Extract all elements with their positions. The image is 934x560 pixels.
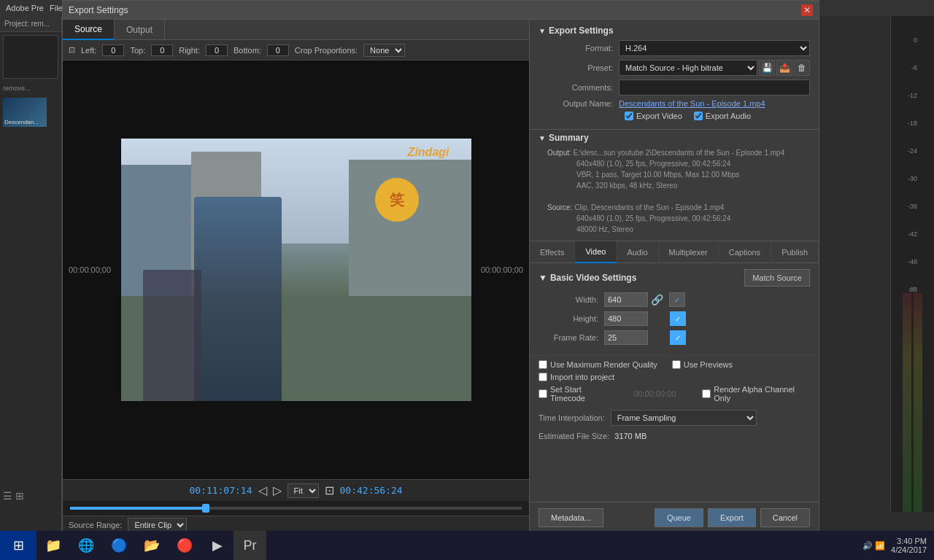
next-frame-button[interactable]: ▷ [273, 483, 282, 497]
dialog-close-button[interactable]: ✕ [801, 4, 813, 16]
taskbar-bluetooth[interactable]: 🔵 [102, 531, 135, 560]
use-previews-label: Use Previews [672, 360, 733, 369]
system-icons: 🔊 📶 [862, 541, 885, 551]
render-alpha-checkbox[interactable] [702, 389, 711, 398]
height-row: Height: ✓ [539, 311, 810, 326]
framerate-checkmark-icon: ✓ [675, 334, 681, 342]
current-timecode-display[interactable]: 00:11:07:14 [189, 485, 252, 496]
output-name-row: Output Name: Descendants of the Sun - Ep… [539, 99, 810, 108]
bvs-title: Basic Video Settings [550, 273, 636, 283]
queue-button[interactable]: Queue [655, 508, 703, 527]
collapse-arrow-icon: ▼ [539, 27, 546, 35]
link-icon: 🔗 [651, 294, 663, 306]
delete-preset-button[interactable]: 🗑 [794, 60, 810, 76]
prev-frame-button[interactable]: ◁ [258, 483, 267, 497]
framerate-lock-checkbox[interactable]: ✓ [670, 330, 686, 345]
tab-audio[interactable]: Audio [617, 241, 658, 263]
export-button[interactable]: Export [708, 508, 756, 527]
crop-right-input[interactable] [206, 44, 228, 56]
format-select[interactable]: H.264 [619, 40, 810, 56]
project-clip-thumb: Descendan... [3, 98, 47, 127]
taskbar-explorer2[interactable]: 📂 [135, 531, 168, 560]
time-interp-select[interactable]: Frame Sampling Frame Blending Optical Fl… [611, 410, 757, 426]
source-range-select[interactable]: Entire Clip [128, 518, 187, 532]
zoom-fit-select[interactable]: Fit [287, 483, 319, 498]
width-input[interactable] [604, 292, 648, 307]
comments-input[interactable] [619, 79, 810, 96]
output-res-text: 640x480 (1.0), 25 fps, Progressive, 00:4… [547, 160, 730, 168]
height-lock-checkbox[interactable]: ✓ [670, 311, 686, 326]
timeline-scrubber[interactable] [63, 501, 529, 516]
output-summary-label: Output: [547, 149, 571, 157]
taskbar-premiere[interactable]: Pr [234, 531, 266, 560]
end-timecode-display: 00:42:56:24 [340, 485, 403, 496]
save-preset-button[interactable]: 💾 [759, 60, 775, 76]
tab-video[interactable]: Video [575, 241, 617, 263]
use-previews-checkbox[interactable] [672, 360, 681, 369]
playback-controls: 00:11:07:14 ◁ ▷ Fit ⊡ 00:42:56:24 [63, 479, 529, 501]
taskbar-file-explorer[interactable]: 📁 [36, 531, 69, 560]
taskbar-ie[interactable]: 🌐 [69, 531, 102, 560]
dialog-title: Export Settings [69, 5, 128, 15]
export-audio-checkbox[interactable] [694, 112, 703, 120]
framerate-input[interactable] [604, 330, 648, 345]
crop-controls: ⊡ Left: Top: Right: Bottom: Crop Proport… [63, 40, 529, 61]
export-settings-section: ▼ Export Settings Format: H.264 Preset: … [530, 20, 819, 130]
preset-select[interactable]: Match Source - High bitrate [619, 60, 757, 76]
tab-multiplexer[interactable]: Multiplexer [659, 241, 719, 263]
export-video-checkbox[interactable] [625, 112, 633, 120]
crop-top-label: Top: [130, 46, 145, 55]
source-range-label: Source Range: [69, 521, 122, 529]
crop-left-input[interactable] [102, 44, 124, 56]
project-panel-header: Project: rem... [0, 16, 61, 32]
metadata-button[interactable]: Metadata... [539, 508, 603, 527]
video-frame: 笑 Zindagi [121, 139, 471, 401]
crop-proportions-select[interactable]: None [363, 44, 405, 57]
scrubber-handle[interactable] [202, 504, 209, 513]
file-size-row: Estimated File Size: 3170 MB [530, 429, 819, 443]
comments-label: Comments: [539, 83, 619, 92]
width-lock-checkbox[interactable]: ✓ [669, 292, 685, 307]
start-tc-value: 00:00:00:00 [633, 389, 676, 398]
summary-title: Summary [549, 133, 589, 143]
tab-effects[interactable]: Effects [530, 241, 575, 263]
panel-bottom-icons: ☰ ⊞ [3, 490, 24, 502]
max-render-checkbox[interactable] [539, 360, 547, 369]
preset-row: Preset: Match Source - High bitrate 💾 📤 … [539, 60, 810, 76]
match-source-button[interactable]: Match Source [744, 269, 810, 287]
taskbar-chrome[interactable]: 🔴 [168, 531, 201, 560]
clock-date: 4/24/2017 [891, 545, 927, 554]
summary-text-block: Output: E:\desc...sun youtube 2\Descenda… [539, 147, 810, 235]
height-input[interactable] [604, 311, 648, 326]
summary-collapse-icon: ▼ [539, 134, 546, 142]
tab-output[interactable]: Output [115, 20, 165, 40]
menu-file[interactable]: File [50, 4, 63, 12]
cancel-button[interactable]: Cancel [760, 508, 810, 527]
import-project-checkbox[interactable] [539, 373, 547, 381]
import-preset-button[interactable]: 📤 [776, 60, 792, 76]
meter-bar: 0 -6 -12 -18 -24 -30 -36 -42 -48 dB [891, 16, 934, 512]
tab-captions[interactable]: Captions [719, 241, 771, 263]
taskbar-media[interactable]: ▶ [201, 531, 234, 560]
bvs-collapse-icon: ▼ [539, 273, 547, 283]
settings-icon[interactable]: ⊡ [325, 483, 334, 497]
clock-time: 3:40 PM [891, 537, 927, 545]
tab-source[interactable]: Source [63, 20, 115, 40]
start-button[interactable]: ⊞ [0, 531, 36, 560]
meter-bars-display [903, 293, 922, 512]
export-audio-label: Export Audio [706, 112, 751, 120]
crop-top-input[interactable] [151, 44, 173, 56]
file-size-label: Estimated File Size: [539, 432, 609, 440]
scene-overlay: 笑 Zindagi [121, 139, 471, 401]
project-panel: Project: rem... remove... Descendan... ☰… [0, 16, 62, 531]
source-audio-text: 48000 Hz, Stereo [547, 225, 633, 233]
output-name-link[interactable]: Descendants of the Sun - Episode 1.mp4 [619, 99, 765, 108]
scrubber-progress [70, 507, 206, 510]
height-label: Height: [539, 314, 604, 323]
output-audio-text: AAC, 320 kbps, 48 kHz, Stereo [547, 182, 677, 190]
set-start-tc-checkbox[interactable] [539, 389, 547, 398]
crop-bottom-input[interactable] [267, 44, 289, 56]
timecode-right-display: 00:00:00;00 [481, 265, 523, 274]
export-video-label: Export Video [636, 112, 682, 120]
tab-publish[interactable]: Publish [771, 241, 819, 263]
